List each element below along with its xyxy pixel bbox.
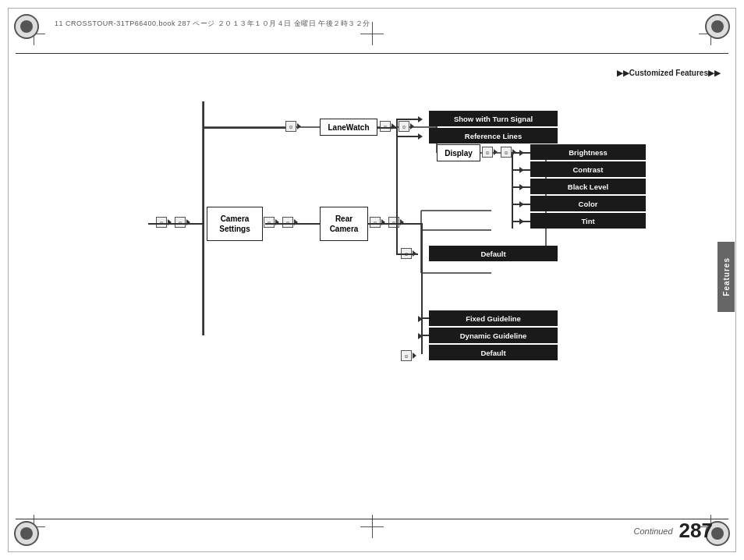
camera-settings-label: Camera Settings	[207, 214, 262, 234]
bottom-rule	[16, 519, 728, 519]
camera-settings-box: Camera Settings	[207, 207, 263, 241]
show-turn-signal-label: Show with Turn Signal	[454, 115, 533, 123]
circle-marker-tr	[705, 14, 730, 39]
horiz-lanewatch-top	[203, 127, 285, 129]
arrow-lwr2	[410, 123, 416, 129]
menu-fixed-guideline: Fixed Guideline	[429, 310, 558, 326]
rear-camera-label: Rear Camera	[321, 214, 367, 234]
circle-marker-bl	[14, 521, 39, 546]
arrow-to-show-turn	[418, 116, 423, 122]
horiz-lw-right	[377, 127, 396, 129]
continued-text: Continued	[633, 526, 672, 536]
brightness-label: Brightness	[569, 148, 608, 157]
arrow-disp1	[494, 149, 500, 155]
customized-features-label: ▶▶Customized Features▶▶	[617, 69, 721, 77]
horiz-to-cam	[148, 223, 203, 225]
default-lanewatch-label: Default	[480, 250, 505, 258]
diagram-area: Camera Settings ☺ ☺ ☺ ☺ Rear Camera ☺ ☺ …	[47, 101, 705, 335]
top-rule	[16, 53, 728, 54]
icon-def-rear: ☺	[401, 350, 412, 361]
menu-tint: Tint	[530, 213, 646, 229]
features-tab: Features	[717, 242, 735, 312]
lanewatch-label: LaneWatch	[328, 123, 370, 132]
icon-rear2: ☺	[282, 217, 293, 228]
arrow-to-ref-lines	[418, 133, 423, 140]
horiz-cam-rear	[265, 223, 320, 225]
horiz-to-color	[512, 204, 530, 205]
menu-contrast: Contrast	[530, 161, 646, 177]
lanewatch-right-icons: ☺ ☺	[380, 121, 416, 132]
icon-rc1: ☺	[370, 217, 381, 228]
menu-color: Color	[530, 196, 646, 211]
vert-rear-branch	[421, 223, 423, 310]
icon-rc2: ☺	[388, 217, 399, 228]
rear-camera-box: Rear Camera	[320, 207, 368, 241]
menu-default-lanewatch: Default	[429, 246, 558, 261]
arrow-cam1	[168, 219, 174, 225]
icon-lw1: ☺	[285, 121, 296, 132]
tint-label: Tint	[581, 217, 594, 225]
dynamic-guideline-label: Dynamic Guideline	[460, 331, 527, 340]
menu-dynamic-guideline: Dynamic Guideline	[429, 328, 558, 343]
display-box: Display	[437, 144, 480, 161]
color-label: Color	[579, 200, 598, 208]
icon-lwr1: ☺	[380, 121, 391, 132]
arrow-rear2	[294, 219, 300, 225]
circle-marker-tl	[14, 14, 39, 39]
features-tab-label: Features	[722, 257, 731, 296]
vert-disp-sub	[512, 152, 513, 229]
horiz-to-contrast	[512, 169, 530, 171]
icon-rear1: ☺	[264, 217, 275, 228]
fixed-guideline-label: Fixed Guideline	[466, 314, 521, 323]
page-number: 287	[679, 519, 713, 543]
contrast-label: Contrast	[572, 165, 603, 174]
arrow-lw1	[297, 123, 303, 129]
menu-brightness: Brightness	[530, 144, 646, 160]
rear-camera-right-icons: ☺ ☺	[370, 217, 406, 228]
horiz-to-black	[512, 186, 530, 188]
arrow-cam2	[186, 219, 193, 225]
horiz-rear-branch	[368, 223, 421, 225]
icon-cam1: ☺	[156, 217, 167, 228]
horiz-to-brightness	[512, 152, 530, 154]
arrow-rc1	[381, 219, 388, 225]
icon-lwr2: ☺	[399, 121, 409, 132]
icon-cam2: ☺	[175, 217, 186, 228]
menu-black-level: Black Level	[530, 179, 646, 194]
lanewatch-icons: ☺	[285, 121, 303, 132]
arrow-rear1	[275, 219, 282, 225]
menu-show-turn-signal: Show with Turn Signal	[429, 111, 558, 126]
icon-disp2: ☺	[501, 147, 512, 158]
horiz-to-show-turn	[396, 119, 418, 120]
horiz-to-dynamic	[421, 335, 429, 336]
lanewatch-box: LaneWatch	[320, 119, 377, 136]
camera-settings-icons: ☺ ☺	[156, 217, 193, 228]
display-label: Display	[445, 149, 473, 158]
horiz-to-ref	[396, 136, 418, 137]
menu-default-rear: Default	[429, 345, 558, 360]
arrow-rc2	[400, 219, 406, 225]
reference-lines-label: Reference Lines	[465, 132, 522, 140]
arrow-def-rear	[413, 353, 419, 359]
default-rear-icons: ☺	[401, 350, 419, 361]
rear-camera-icons: ☺ ☺	[264, 217, 300, 228]
vert-main2	[203, 127, 204, 224]
file-info: 11 CROSSTOUR-31TP66400.book 287 ページ ２０１３…	[55, 19, 370, 29]
horiz-to-default-lw	[396, 253, 418, 255]
horiz-to-tint	[512, 221, 530, 222]
black-level-label: Black Level	[568, 183, 608, 191]
page-number-area: Continued 287	[633, 519, 713, 543]
default-rear-label: Default	[480, 349, 505, 357]
horiz-to-fixed	[421, 317, 429, 319]
icon-disp1: ☺	[482, 147, 493, 158]
menu-reference-lines: Reference Lines	[429, 128, 558, 144]
vert-lw-sub	[396, 119, 398, 255]
